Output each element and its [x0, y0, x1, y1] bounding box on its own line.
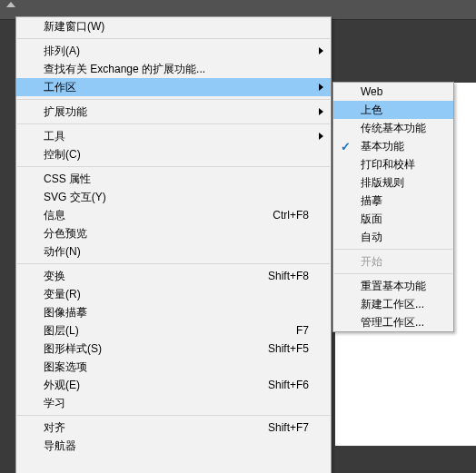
sub_menu-item-label: 传统基本功能 [361, 121, 431, 136]
sub_menu-item-label: 新建工作区... [361, 297, 431, 312]
main_menu-item-label: 扩展功能 [44, 104, 309, 120]
sub_menu-item-label: Web [361, 85, 431, 98]
sub_menu-item-label: 基本功能 [361, 139, 431, 154]
sub_menu-item[interactable]: 描摹 [333, 192, 453, 210]
main_menu-item[interactable]: CSS 属性 [16, 170, 331, 188]
main_menu-item[interactable]: 变换Shift+F8 [16, 267, 331, 285]
main_menu-separator [17, 166, 330, 167]
shortcut-label: Shift+F6 [268, 379, 309, 391]
sub_menu-item-label: 版面 [361, 212, 431, 227]
sub_menu-item[interactable]: 打印和校样 [333, 155, 453, 173]
submenu-arrow-icon [319, 133, 323, 140]
workspace-submenu[interactable]: Web上色传统基本功能✓基本功能打印和校样排版规则描摹版面自动开始重置基本功能新… [332, 82, 454, 332]
main_menu-separator [17, 38, 330, 39]
shortcut-label: F7 [296, 324, 309, 337]
main_menu-item-label: 工具 [44, 129, 309, 144]
main_menu-item-label: 导航器 [44, 439, 309, 454]
sub_menu-item[interactable]: 传统基本功能 [333, 119, 453, 137]
main_menu-item-label: 排列(A) [44, 44, 309, 59]
sub_menu-item-label: 打印和校样 [361, 157, 431, 172]
main_menu-item[interactable]: 控制(C) [16, 145, 331, 163]
main_menu-separator [17, 263, 330, 264]
sub_menu-item-label: 上色 [361, 103, 431, 118]
main_menu-item[interactable]: 工作区 [16, 78, 331, 96]
main_menu-item[interactable]: 分色预览 [16, 224, 331, 242]
sub_menu-item[interactable]: 新建工作区... [333, 295, 453, 313]
main_menu-item[interactable]: 查找有关 Exchange 的扩展功能... [16, 60, 331, 78]
main_menu-item[interactable]: 图形样式(S)Shift+F5 [16, 340, 331, 358]
shortcut-label: Shift+F8 [268, 270, 309, 282]
main_menu-item[interactable]: 排列(A) [16, 42, 331, 60]
sub_menu-separator [334, 249, 452, 250]
main_menu-item[interactable]: 图案选项 [16, 358, 331, 376]
sub_menu-item: 开始 [333, 252, 453, 271]
main_menu-item[interactable]: SVG 交互(Y) [16, 188, 331, 206]
main_menu-item-label: 控制(C) [44, 147, 309, 163]
main_menu-item[interactable]: 工具 [16, 127, 331, 145]
sub_menu-separator [334, 273, 452, 274]
main_menu-item-label: 图案选项 [44, 360, 309, 375]
main_menu-item[interactable]: 新建窗口(W) [16, 17, 331, 35]
sub_menu-item-label: 自动 [361, 230, 431, 245]
sub_menu-item-label: 排版规则 [361, 175, 431, 191]
main_menu-item-label: 图层(L) [44, 323, 278, 339]
sub_menu-item-label: 描摹 [361, 193, 431, 209]
main_menu-item-label: 变换 [44, 269, 250, 284]
main_menu-separator [17, 99, 330, 100]
main_menu-item-label: SVG 交互(Y) [44, 190, 309, 205]
main_menu-item[interactable]: 导航器 [16, 437, 331, 455]
main_menu-item[interactable]: 动作(N) [16, 242, 331, 261]
main_menu-item[interactable]: 图像描摹 [16, 303, 331, 321]
main_menu-item-label: 图形样式(S) [44, 341, 250, 357]
main_menu-item-label: 对齐 [44, 420, 250, 436]
shortcut-label: Shift+F7 [268, 421, 309, 434]
sub_menu-item[interactable]: ✓基本功能 [333, 137, 453, 155]
check-icon: ✓ [341, 140, 351, 153]
main_menu-item[interactable]: 外观(E)Shift+F6 [16, 376, 331, 394]
sub_menu-item-label: 开始 [361, 254, 431, 270]
main_menu-item-label: 新建窗口(W) [44, 19, 309, 34]
sub_menu-item-label: 管理工作区... [361, 315, 431, 330]
main_menu-item-label: 学习 [44, 396, 309, 411]
main_menu-item-label: 分色预览 [44, 226, 309, 241]
sub_menu-item[interactable]: 上色 [333, 101, 453, 119]
sub_menu-item[interactable]: 管理工作区... [333, 313, 453, 331]
main_menu-separator [17, 123, 330, 124]
shortcut-label: Ctrl+F8 [273, 209, 309, 222]
sub_menu-item[interactable]: 排版规则 [333, 173, 453, 192]
main_menu-item-label: 外观(E) [44, 378, 250, 393]
sub_menu-item[interactable]: Web [333, 83, 453, 101]
main_menu-item[interactable]: 信息Ctrl+F8 [16, 206, 331, 224]
main_menu-item-label: 动作(N) [44, 244, 309, 260]
main_menu-separator [17, 415, 330, 416]
sub_menu-item[interactable]: 版面 [333, 210, 453, 228]
main_menu-item[interactable]: 学习 [16, 394, 331, 412]
sub_menu-item-label: 重置基本功能 [361, 279, 431, 294]
main_menu-item-label: 查找有关 Exchange 的扩展功能... [44, 62, 309, 77]
main_menu-item[interactable]: 变量(R) [16, 285, 331, 303]
main_menu-item-label: 信息 [44, 208, 254, 223]
submenu-arrow-icon [319, 84, 323, 91]
shortcut-label: Shift+F5 [268, 342, 309, 355]
sub_menu-item[interactable]: 自动 [333, 228, 453, 246]
sub_menu-item[interactable]: 重置基本功能 [333, 277, 453, 295]
main_menu-item-label: CSS 属性 [44, 172, 309, 187]
collapse-arrow-icon[interactable] [6, 2, 15, 7]
main_menu-item[interactable]: 对齐Shift+F7 [16, 419, 331, 437]
submenu-arrow-icon [319, 108, 323, 115]
window-menu[interactable]: 新建窗口(W)排列(A)查找有关 Exchange 的扩展功能...工作区扩展功… [15, 16, 332, 473]
main_menu-item-label: 图像描摹 [44, 305, 309, 320]
main_menu-item-label: 变量(R) [44, 287, 309, 302]
submenu-arrow-icon [319, 47, 323, 54]
main_menu-item[interactable]: 扩展功能 [16, 103, 331, 121]
main_menu-item-label: 工作区 [44, 80, 309, 95]
main_menu-item[interactable]: 图层(L)F7 [16, 321, 331, 340]
